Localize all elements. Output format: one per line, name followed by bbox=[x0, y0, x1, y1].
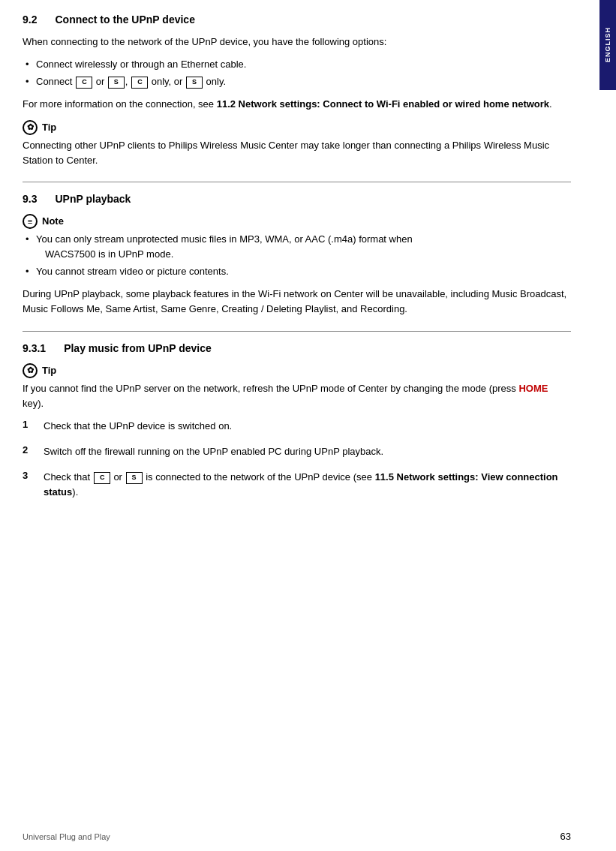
note-label: Note bbox=[42, 215, 64, 227]
step-1-num: 1 bbox=[23, 419, 44, 430]
section-9-3-note: ≡ Note You can only stream unprotected m… bbox=[23, 214, 571, 279]
icon-center-3: C bbox=[94, 472, 110, 484]
section-9-3-1-num: 9.3.1 bbox=[23, 342, 46, 354]
step-2-row: 2 Switch off the firewall running on the… bbox=[23, 444, 571, 459]
section-9-2-heading: 9.2Connect to the UPnP device bbox=[23, 14, 571, 26]
section-9-2-intro: When connecting to the network of the UP… bbox=[23, 35, 571, 50]
section-9-2-title: Connect to the UPnP device bbox=[55, 14, 194, 26]
step-2-num: 2 bbox=[23, 444, 44, 456]
icon-station-3: S bbox=[126, 472, 143, 484]
section-9-3-heading: 9.3UPnP playback bbox=[23, 193, 571, 205]
tip-title-1: ✿ Tip bbox=[23, 120, 571, 135]
tip-icon-2: ✿ bbox=[23, 363, 38, 378]
tip-label-1: Tip bbox=[42, 122, 56, 133]
tip-text-2: If you cannot find the UPnP server on th… bbox=[23, 381, 571, 411]
divider-2 bbox=[23, 331, 571, 332]
section-9-3: 9.3UPnP playback ≡ Note You can only str… bbox=[23, 193, 571, 317]
note-bullet-1: You can only stream unprotected music fi… bbox=[23, 232, 571, 262]
step-3-text: Check that C or S is connected to the ne… bbox=[44, 470, 571, 500]
bullet-2: Connect C or S, C only, or S only. bbox=[23, 74, 571, 89]
page-container: ENGLISH 9.2Connect to the UPnP device Wh… bbox=[0, 0, 616, 851]
tip-icon-1: ✿ bbox=[23, 120, 38, 135]
note-bullets: You can only stream unprotected music fi… bbox=[23, 232, 571, 279]
step-1-row: 1 Check that the UPnP device is switched… bbox=[23, 419, 571, 434]
tip-text-1: Connecting other UPnP clients to Philips… bbox=[23, 138, 571, 168]
step-2-text: Switch off the firewall running on the U… bbox=[44, 444, 571, 459]
section-9-2-bullets: Connect wirelessly or through an Etherne… bbox=[23, 57, 571, 89]
section-9-2-tip: ✿ Tip Connecting other UPnP clients to P… bbox=[23, 120, 571, 168]
section-9-3-title: UPnP playback bbox=[55, 193, 131, 205]
section-9-2: 9.2Connect to the UPnP device When conne… bbox=[23, 14, 571, 168]
more-info-bold-link: 11.2 Network settings: Connect to Wi-Fi … bbox=[217, 98, 549, 110]
step-1-text: Check that the UPnP device is switched o… bbox=[44, 419, 571, 434]
section-9-3-num: 9.3 bbox=[23, 193, 37, 205]
section-9-3-1-tip: ✿ Tip If you cannot find the UPnP server… bbox=[23, 363, 571, 411]
icon-center-1: C bbox=[76, 77, 92, 89]
section-9-2-more-info: For more information on the connection, … bbox=[23, 97, 571, 112]
divider-1 bbox=[23, 182, 571, 182]
note-title: ≡ Note bbox=[23, 214, 571, 229]
step-3-bold-link: 11.5 Network settings: View connection s… bbox=[44, 471, 558, 498]
footer: Universal Plug and Play 63 bbox=[23, 831, 571, 842]
english-side-tab: ENGLISH bbox=[599, 0, 616, 90]
icon-center-2: C bbox=[131, 77, 148, 89]
step-3-row: 3 Check that C or S is connected to the … bbox=[23, 470, 571, 500]
footer-page-number: 63 bbox=[560, 831, 571, 842]
section-9-2-num: 9.2 bbox=[23, 14, 37, 26]
note-icon: ≡ bbox=[23, 214, 38, 229]
bullet-1: Connect wirelessly or through an Etherne… bbox=[23, 57, 571, 72]
note-bullet-2: You cannot stream video or picture conte… bbox=[23, 264, 571, 279]
section-9-3-during-para: During UPnP playback, some playback feat… bbox=[23, 287, 571, 317]
icon-station-1: S bbox=[108, 77, 125, 89]
tip-label-2: Tip bbox=[42, 365, 56, 376]
tip-title-2: ✿ Tip bbox=[23, 363, 571, 378]
side-tab-label: ENGLISH bbox=[604, 27, 611, 62]
home-key: HOME bbox=[518, 383, 548, 394]
footer-left-text: Universal Plug and Play bbox=[23, 832, 110, 841]
step-3-num: 3 bbox=[23, 470, 44, 481]
section-9-3-1: 9.3.1Play music from UPnP device ✿ Tip I… bbox=[23, 342, 571, 501]
section-9-3-1-heading: 9.3.1Play music from UPnP device bbox=[23, 342, 571, 354]
section-9-3-1-title: Play music from UPnP device bbox=[64, 342, 212, 354]
icon-station-2: S bbox=[186, 77, 203, 89]
